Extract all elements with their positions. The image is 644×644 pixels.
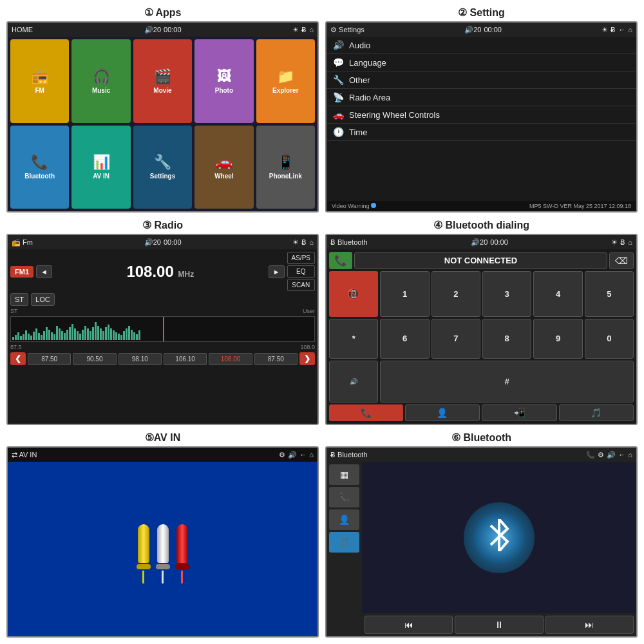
radio-bar-segment [23, 334, 24, 340]
radio-icon: 📡 [333, 92, 344, 102]
bt-hangup-button[interactable]: 📵 [329, 271, 378, 317]
settings-language-label: Language [349, 58, 386, 68]
bt-key-5[interactable]: 5 [585, 271, 634, 317]
radio-bar-segment [138, 330, 140, 340]
bt-backspace-button[interactable]: ⌫ [609, 252, 634, 269]
radio-loc-btn[interactable]: LOC [31, 293, 55, 306]
settings-radio-label: Radio Area [349, 93, 390, 102]
app-photo[interactable]: 🖼 Photo [194, 39, 253, 123]
bt6-pause-btn[interactable]: ⏸ [455, 616, 543, 634]
radio-asps-btn[interactable]: AS/PS [287, 252, 315, 264]
preset-1[interactable]: 87.50 [28, 353, 71, 365]
status-bar-bt-dial: Ƀ Bluetooth 🔊20 00:00 ☀ Ƀ ⌂ [327, 235, 636, 249]
app-movie[interactable]: 🎬 Movie [133, 39, 192, 123]
screen-settings: ⚙ Settings 🔊20 00:00 ☀ Ƀ ← ⌂ 🔊 Audi [325, 21, 638, 213]
other-icon: 🔧 [333, 75, 344, 85]
preset-4[interactable]: 106.10 [164, 353, 207, 365]
bt6-grid-btn[interactable]: ▦ [329, 464, 359, 485]
radio-eq-btn[interactable]: EQ [287, 265, 315, 278]
radio-bar-segment [25, 330, 27, 340]
status-bar-avin: ⇄ AV IN ⚙ 🔊 ← ⌂ [8, 448, 317, 462]
radio-bar-segment [41, 335, 43, 340]
app-fm[interactable]: 📻 FM [10, 39, 69, 123]
app-music[interactable]: 🎧 Music [71, 39, 130, 123]
radio-bar-segment [82, 330, 84, 340]
bt-tab-contacts[interactable]: 👤 [405, 404, 480, 421]
radio-bar-segment [20, 336, 22, 340]
settings-item-radio[interactable]: 📡 Radio Area [327, 89, 636, 106]
bt-key-1[interactable]: 1 [380, 271, 429, 317]
bt6-music-btn[interactable]: 🎵 [329, 532, 359, 553]
rca-white-wire [162, 571, 164, 583]
app-bluetooth[interactable]: 📞 Bluetooth [10, 126, 69, 209]
bt-display: NOT CONNECTED [354, 252, 607, 269]
settings-item-steering[interactable]: 🚗 Steering Wheel Controls [327, 106, 636, 124]
radio-bar-segment [118, 334, 120, 340]
sb-vol-bt: 🔊20 [471, 238, 488, 247]
bluetooth-svg-icon [488, 519, 511, 551]
bt-key-9[interactable]: 9 [533, 319, 582, 358]
settings-list: 🔊 Audio 💬 Language 🔧 Other 📡 Radio Area [327, 37, 636, 141]
settings-version-label: MP5 SW-D VER May 25 2017 12:09:18 [529, 203, 631, 209]
sb-back6-icon: ← [618, 451, 625, 459]
app-phonelink[interactable]: 📱 PhoneLink [256, 126, 315, 209]
radio-bar-segment [90, 331, 91, 340]
bt-key-8[interactable]: 8 [482, 319, 531, 358]
sb-bt2-icon: Ƀ [611, 26, 616, 34]
bt6-contacts-btn[interactable]: 👤 [329, 509, 359, 530]
app-settings[interactable]: 🔧 Settings [133, 126, 192, 209]
settings-warning-label: Video Warning [332, 203, 376, 209]
status-bar-radio: 📻 Fm 🔊20 00:00 ☀ Ƀ ⌂ [8, 235, 317, 249]
app-wheel[interactable]: 🚗 Wheel [194, 126, 253, 209]
bt6-call-btn[interactable]: 📞 [329, 487, 359, 507]
bt-key-star[interactable]: * [329, 319, 378, 358]
settings-item-other[interactable]: 🔧 Other [327, 71, 636, 89]
app-wheel-label: Wheel [214, 173, 233, 180]
sb-bt6-label: Ƀ Bluetooth [330, 451, 368, 459]
radio-st-btn[interactable]: ST [10, 293, 28, 306]
bt-key-4[interactable]: 4 [533, 271, 582, 317]
radio-prev-btn[interactable]: ◄ [36, 265, 52, 278]
app-explorer[interactable]: 📁 Explorer [256, 39, 315, 123]
radio-prev-preset[interactable]: ❮ [10, 352, 26, 365]
bt-call-button[interactable]: 📞 [329, 252, 352, 269]
bt-icon: 📞 [31, 154, 48, 171]
radio-fm1-btn[interactable]: FM1 [10, 266, 33, 278]
bt-key-hash[interactable]: # [380, 361, 634, 402]
bt6-prev-btn[interactable]: ⏮ [365, 616, 453, 634]
settings-item-audio[interactable]: 🔊 Audio [327, 37, 636, 54]
section-title-radio: ③ Radio [142, 219, 183, 231]
freq-label-user: User [303, 308, 315, 314]
phonelink-icon: 📱 [277, 154, 294, 171]
rca-red-cable [175, 524, 189, 583]
radio-next-preset[interactable]: ❯ [299, 352, 315, 365]
radio-bar-segment [97, 326, 99, 340]
preset-2[interactable]: 90.50 [73, 353, 116, 365]
radio-bar-segment [64, 333, 66, 340]
settings-item-time[interactable]: 🕐 Time [327, 124, 636, 141]
preset-5[interactable]: 108.00 [209, 353, 252, 365]
radio-bar-segment [43, 331, 45, 340]
rca-white-cable [156, 524, 170, 583]
bt-tab-music[interactable]: 🎵 [559, 404, 634, 421]
settings-item-language[interactable]: 💬 Language [327, 54, 636, 71]
bt6-next-btn[interactable]: ⏭ [545, 616, 634, 634]
preset-6[interactable]: 87.50 [254, 353, 298, 365]
preset-3[interactable]: 98.10 [118, 353, 162, 365]
bt-vol-button[interactable]: 🔊 [329, 361, 378, 402]
bt-key-6[interactable]: 6 [380, 319, 429, 358]
bt-key-3[interactable]: 3 [482, 271, 531, 317]
bt-key-7[interactable]: 7 [431, 319, 480, 358]
bt-tab-call[interactable]: 📞 [329, 404, 403, 421]
radio-play-btn[interactable]: ► [269, 265, 285, 278]
explorer-icon: 📁 [277, 68, 294, 85]
app-avin[interactable]: 📊 AV IN [71, 126, 130, 209]
radio-scan-btn[interactable]: SCAN [287, 279, 315, 291]
radio-bar-segment [59, 328, 61, 340]
bt-key-0[interactable]: 0 [585, 319, 634, 358]
radio-scale-labels: ST User [10, 308, 315, 314]
radio-bar-segment [71, 324, 73, 340]
bt-tab-recent[interactable]: 📲 [482, 404, 557, 421]
bt-key-2[interactable]: 2 [431, 271, 480, 317]
settings-icon: 🔧 [154, 154, 171, 171]
